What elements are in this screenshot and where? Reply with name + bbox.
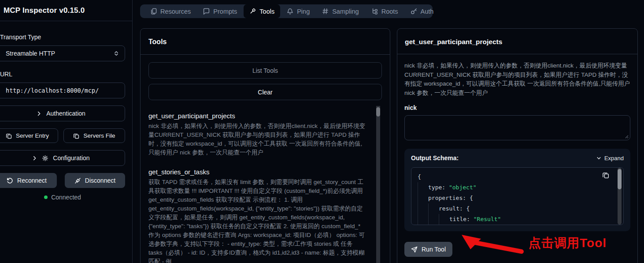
sidebar: MCP Inspector v0.15.0 Transport Type Str… — [0, 0, 133, 263]
param-nick-input[interactable] — [404, 115, 630, 140]
hash-icon — [322, 8, 329, 15]
tools-panel-header: Tools — [141, 29, 390, 55]
copy-icon — [6, 133, 12, 139]
copy-icon — [73, 133, 79, 139]
transport-type-value: Streamable HTTP — [6, 50, 55, 57]
list-tools-button[interactable]: List Tools — [148, 62, 382, 79]
schema-code-scrollbar-thumb[interactable] — [618, 169, 622, 189]
tab-ping[interactable]: Ping — [281, 4, 315, 18]
code-line: title: "Result" — [418, 214, 603, 225]
reconnect-label: Reconnect — [17, 177, 47, 184]
tab-label: Resources — [160, 8, 191, 15]
schema-code-scrollbar[interactable] — [618, 168, 622, 225]
code-token: "Result" — [474, 216, 501, 222]
sidebar-body: Transport Type Streamable HTTP URL http:… — [0, 34, 132, 201]
tab-label: Tools — [259, 8, 274, 15]
server-entry-label: Server Entry — [16, 132, 49, 139]
run-tool-button[interactable]: Run Tool — [404, 242, 452, 257]
run-row: Run Tool — [404, 242, 630, 257]
tab-label: Auth — [421, 8, 434, 15]
app-window: MCP Inspector v0.15.0 Transport Type Str… — [0, 0, 644, 263]
content-row: Tools List Tools Clear get_user_particip… — [140, 28, 644, 263]
code-token: title: — [449, 216, 474, 222]
code-token: type: — [428, 184, 449, 191]
servers-file-label: Servers File — [83, 132, 115, 139]
tab-roots[interactable]: Roots — [366, 4, 404, 18]
chevrons-up-down-icon — [113, 50, 119, 56]
tools-panel: Tools List Tools Clear get_user_particip… — [140, 28, 390, 263]
output-schema-title: Output Schema: — [411, 154, 459, 162]
indent-guide — [418, 203, 428, 214]
tab-label: Ping — [297, 8, 310, 15]
unplug-icon — [74, 177, 81, 184]
url-input[interactable]: http://localhost:8000/mcp/ — [0, 83, 125, 98]
transport-type-select[interactable]: Streamable HTTP — [0, 45, 125, 61]
indent-guide — [418, 182, 428, 193]
tool-detail-title: get_user_participant_projects — [405, 38, 630, 46]
tool-list-item[interactable]: get_stories_or_tasks获取 TAPD 需求或任务，如果没有 l… — [148, 168, 367, 263]
server-buttons-row: Server Entry Servers File — [0, 128, 125, 143]
indent-guide — [418, 214, 428, 225]
chevron-right-icon — [32, 155, 37, 161]
tool-item-name: get_stories_or_tasks — [148, 168, 367, 176]
tab-label: Roots — [381, 8, 398, 15]
send-icon — [411, 246, 418, 253]
param-nick-field-wrap — [404, 115, 630, 140]
param-nick-label: nick — [404, 104, 630, 111]
folder-tree-icon — [371, 8, 378, 15]
app-title: MCP Inspector v0.15.0 — [4, 6, 125, 15]
indent-guide — [418, 193, 428, 203]
key-icon — [411, 8, 417, 15]
gear-icon — [42, 155, 48, 162]
connection-status: Connected — [0, 194, 125, 201]
indent-guide — [439, 214, 449, 225]
tab-auth[interactable]: Auth — [405, 4, 440, 18]
tool-list: get_user_participant_projectsnick 非必填，如果… — [148, 112, 382, 263]
code-line: { — [418, 172, 603, 182]
rotate-ccw-icon — [7, 177, 13, 184]
connection-buttons-row: Reconnect Disconnect — [0, 173, 125, 188]
transport-type-label: Transport Type — [0, 34, 125, 41]
code-token: properties: { — [428, 195, 473, 201]
message-square-icon — [203, 8, 210, 15]
disconnect-label: Disconnect — [85, 177, 115, 184]
server-entry-button[interactable]: Server Entry — [0, 128, 58, 143]
reconnect-button[interactable]: Reconnect — [0, 173, 57, 188]
tool-item-name: get_user_participant_projects — [148, 112, 367, 120]
tool-detail-panel: get_user_participant_projects nick 非必填，如… — [397, 28, 638, 263]
tools-panel-body: List Tools Clear get_user_participant_pr… — [141, 55, 390, 263]
configuration-toggle[interactable]: Configuration — [0, 150, 125, 166]
chevron-right-icon — [36, 111, 42, 116]
tab-prompts[interactable]: Prompts — [197, 4, 243, 18]
output-schema-header: Output Schema: Expand — [411, 154, 624, 162]
disconnect-button[interactable]: Disconnect — [65, 173, 125, 188]
expand-toggle[interactable]: Expand — [596, 155, 624, 162]
files-icon — [150, 8, 157, 15]
tool-list-item[interactable]: get_user_participant_projectsnick 非必填，如果… — [148, 112, 367, 157]
url-label: URL — [0, 71, 125, 78]
tools-list-scrollbar[interactable] — [376, 106, 380, 263]
tool-detail-body: nick 非必填，如果传入，则使用传入的参数，否则使用client.nick，最… — [397, 54, 637, 257]
tab-tools[interactable]: Tools — [244, 4, 280, 18]
code-token: result: { — [439, 205, 470, 212]
tab-label: Sampling — [332, 8, 359, 15]
expand-label: Expand — [604, 155, 624, 162]
sidebar-header: MCP Inspector v0.15.0 — [0, 0, 132, 21]
chevron-down-icon — [596, 155, 602, 161]
main-area: ResourcesPromptsToolsPingSamplingRootsAu… — [133, 0, 644, 263]
tab-sampling[interactable]: Sampling — [316, 4, 364, 18]
tool-detail-description: nick 非必填，如果传入，则使用传入的参数，否则使用client.nick，最… — [404, 61, 630, 98]
status-dot — [44, 195, 48, 199]
indent-guide — [428, 214, 439, 225]
copy-icon[interactable] — [602, 172, 609, 179]
servers-file-button[interactable]: Servers File — [63, 128, 125, 143]
tab-resources[interactable]: Resources — [144, 4, 196, 18]
clear-button[interactable]: Clear — [148, 84, 382, 100]
configuration-label: Configuration — [53, 154, 89, 162]
status-text: Connected — [51, 194, 81, 201]
authentication-toggle[interactable]: Authentication — [0, 105, 125, 121]
top-nav: ResourcesPromptsToolsPingSamplingRootsAu… — [140, 4, 433, 18]
tools-list-scrollbar-thumb[interactable] — [376, 107, 380, 116]
hammer-icon — [249, 8, 256, 15]
tool-item-description: 获取 TAPD 需求或任务，如果没有 limit 参数，则需要同时调用 get_… — [148, 178, 367, 263]
